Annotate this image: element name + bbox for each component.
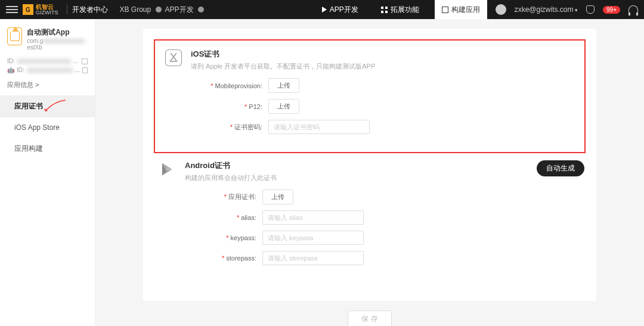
- p12-label: *P12:: [191, 103, 268, 110]
- cert-pwd-label: *证书密码:: [191, 123, 268, 132]
- android-id-row: 🤖 ID:...: [0, 66, 95, 74]
- gear-icon[interactable]: [198, 7, 204, 13]
- android-cert-upload-button[interactable]: 上传: [262, 190, 293, 204]
- notification-badge[interactable]: 99+: [603, 6, 620, 14]
- p12-upload-button[interactable]: 上传: [268, 99, 299, 114]
- app-package: com.gestXb: [27, 38, 88, 51]
- gear-icon[interactable]: [156, 7, 162, 13]
- android-cert-label: *应用证书:: [185, 193, 262, 201]
- square-icon: [442, 7, 448, 13]
- save-button[interactable]: 保 存: [348, 311, 391, 326]
- keypass-label: *keypass:: [185, 234, 262, 241]
- app-name: 自动测试App: [27, 27, 88, 38]
- appstore-icon: [165, 49, 182, 67]
- tab-build[interactable]: 构建应用: [435, 0, 487, 20]
- tab-app-dev[interactable]: APP开发: [315, 0, 366, 20]
- sidebar-section-info[interactable]: 应用信息 >: [0, 74, 95, 95]
- mobileprovision-upload-button[interactable]: 上传: [268, 78, 299, 93]
- user-dropdown[interactable]: zxke@gizwits.com: [515, 5, 578, 14]
- content-area: iOS证书 请到 Apple 开发者平台获取。不配置证书，只能构建测试版APP …: [95, 19, 644, 326]
- android-title: Android证书: [185, 160, 537, 171]
- alias-input[interactable]: [262, 210, 364, 225]
- play-icon: [159, 160, 177, 178]
- arrow-annotation: [43, 99, 67, 114]
- ios-title: iOS证书: [191, 49, 578, 60]
- sidebar-item-build[interactable]: 应用构建: [0, 138, 95, 160]
- sidebar-item-cert[interactable]: 应用证书: [0, 95, 95, 117]
- copy-icon[interactable]: [82, 58, 88, 64]
- apple-id-row: ID:...: [0, 57, 95, 66]
- app-icon: [7, 27, 22, 45]
- bell-icon[interactable]: [586, 5, 595, 14]
- cert-pwd-input[interactable]: [268, 120, 370, 134]
- grid-icon: [381, 7, 388, 13]
- copy-icon[interactable]: [82, 67, 88, 73]
- sidebar: 自动测试App com.gestXb ID:... 🤖 ID:... 应用信息 …: [0, 19, 95, 326]
- breadcrumb: XB Group APP开发: [120, 5, 204, 15]
- storepass-input[interactable]: [262, 251, 364, 265]
- breadcrumb-app[interactable]: APP开发: [165, 5, 194, 14]
- svg-rect-0: [166, 50, 182, 66]
- mobileprovision-label: *Mobileprovision:: [191, 82, 268, 89]
- support-icon[interactable]: [628, 5, 638, 14]
- auto-generate-button[interactable]: 自动生成: [537, 160, 584, 176]
- ios-hint: 请到 Apple 开发者平台获取。不配置证书，只能构建测试版APP: [191, 62, 578, 71]
- site-title[interactable]: 开发者中心: [72, 5, 108, 15]
- breadcrumb-group[interactable]: XB Group: [120, 5, 151, 14]
- topbar: G 机智云GIZWITS 开发者中心 XB Group APP开发 APP开发 …: [0, 0, 644, 19]
- avatar[interactable]: [496, 4, 506, 15]
- sidebar-item-ios-store[interactable]: iOS App Store: [0, 117, 95, 138]
- hamburger-icon[interactable]: [6, 6, 18, 13]
- logo[interactable]: G 机智云GIZWITS: [23, 4, 58, 15]
- play-icon: [322, 7, 327, 13]
- android-hint: 构建的应用将会自动打入此证书: [185, 173, 537, 182]
- ios-section: iOS证书 请到 Apple 开发者平台获取。不配置证书，只能构建测试版APP …: [154, 39, 586, 153]
- alias-label: *alias:: [185, 214, 262, 221]
- android-section: Android证书 构建的应用将会自动打入此证书 *应用证书: 上传 *alia…: [155, 152, 584, 283]
- tab-extend[interactable]: 拓展功能: [374, 0, 426, 20]
- storepass-label: *storepass:: [185, 254, 262, 262]
- keypass-input[interactable]: [262, 231, 364, 245]
